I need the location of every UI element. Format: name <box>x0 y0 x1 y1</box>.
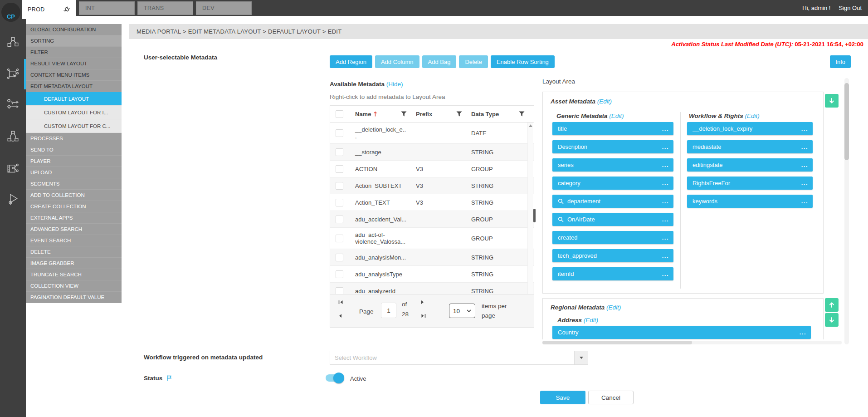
table-row[interactable]: __deletion_lock_e... DATE <box>330 123 534 144</box>
row-checkbox[interactable] <box>336 182 343 190</box>
info-button[interactable]: Info <box>830 55 851 68</box>
chip-menu-ellipsis[interactable]: ... <box>662 125 669 132</box>
filter-icon[interactable] <box>519 111 525 117</box>
chip-menu-ellipsis[interactable]: ... <box>662 180 669 186</box>
chip-menu-ellipsis[interactable]: ... <box>662 216 669 223</box>
table-row[interactable]: ACTION V3 GROUP <box>330 161 534 177</box>
chip-menu-ellipsis[interactable]: ... <box>801 198 808 205</box>
table-row[interactable]: adu_act-of-violence_Valossa... GROUP <box>330 228 534 249</box>
chip-menu-ellipsis[interactable]: ... <box>662 270 669 277</box>
sidebar-item[interactable]: RESULT VIEW LAYOUT <box>26 58 122 69</box>
chip-menu-ellipsis[interactable]: ... <box>801 125 808 132</box>
metadata-chip[interactable]: series ... <box>552 158 673 172</box>
metadata-chip[interactable]: departement ... <box>552 195 673 208</box>
move-section-down-button[interactable] <box>825 313 839 327</box>
media-assets-icon[interactable] <box>7 36 19 49</box>
table-row[interactable]: adu_analysisType STRING <box>330 266 534 283</box>
horizontal-scrollbar[interactable] <box>542 341 842 344</box>
metadata-chip[interactable]: keywords ... <box>687 195 813 208</box>
sidebar-item[interactable]: GLOBAL CONFIGURATION <box>26 24 122 35</box>
name-column-header[interactable]: Name <box>348 107 409 121</box>
processes-icon[interactable] <box>7 98 19 110</box>
sidebar-item[interactable]: FILTER <box>26 47 122 58</box>
sidebar-item[interactable]: PROCESSES <box>26 133 122 144</box>
chip-menu-ellipsis[interactable]: ... <box>662 198 669 205</box>
page-number-input[interactable] <box>381 303 396 318</box>
filter-icon[interactable] <box>456 111 462 117</box>
metadata-chip[interactable]: Country ... <box>552 326 811 339</box>
configuration-icon[interactable] <box>7 68 19 80</box>
edit-link[interactable]: (Edit) <box>609 113 624 119</box>
select-all-checkbox[interactable] <box>336 110 343 118</box>
row-checkbox[interactable] <box>336 148 343 156</box>
player-icon[interactable] <box>7 193 19 205</box>
move-section-down-button[interactable] <box>825 94 839 108</box>
metadata-chip[interactable]: created ... <box>552 231 673 244</box>
edit-link[interactable]: (Edit) <box>745 113 760 119</box>
row-checkbox[interactable] <box>336 216 343 223</box>
add-region-button[interactable]: Add Region <box>330 55 372 68</box>
row-checkbox[interactable] <box>336 199 343 206</box>
sidebar-item[interactable]: CONTEXT MENU ITEMS <box>26 69 122 81</box>
chip-menu-ellipsis[interactable]: ... <box>801 143 808 150</box>
add-column-button[interactable]: Add Column <box>375 55 419 68</box>
prefix-column-header[interactable]: Prefix <box>409 107 464 121</box>
table-row[interactable]: Action_TEXT V3 STRING <box>330 194 534 211</box>
sidebar-item[interactable]: EVENT SEARCH <box>26 235 122 246</box>
sidebar-item-default-layout[interactable]: DEFAULT LAYOUT <box>26 92 122 106</box>
cancel-button[interactable]: Cancel <box>588 391 634 404</box>
metadata-chip[interactable]: title ... <box>552 122 673 135</box>
sidebar-item[interactable]: ADD TO COLLECTION <box>26 190 122 201</box>
move-section-up-button[interactable] <box>825 298 839 312</box>
chip-menu-ellipsis[interactable]: ... <box>662 234 669 241</box>
table-row[interactable]: adu_accident_Val... GROUP <box>330 211 534 228</box>
add-bag-button[interactable]: Add Bag <box>422 55 457 68</box>
sidebar-item[interactable]: PAGINATION DEFAULT VALUE <box>26 292 122 303</box>
metadata-chip[interactable]: mediastate ... <box>687 140 813 153</box>
table-row[interactable]: __storage STRING <box>330 144 534 161</box>
table-scrollbar[interactable] <box>527 123 533 299</box>
scrollbar-thumb[interactable] <box>844 83 849 160</box>
row-checkbox[interactable] <box>336 235 343 242</box>
sidebar-item[interactable]: ADVANCED SEARCH <box>26 224 122 235</box>
sidebar-item[interactable]: UPLOAD <box>26 167 122 178</box>
sidebar-item[interactable]: IMAGE GRABBER <box>26 258 122 269</box>
row-checkbox[interactable] <box>336 129 343 137</box>
edit-link[interactable]: (Edit) <box>584 317 598 324</box>
sidebar-item[interactable]: SEGMENTS <box>26 178 122 190</box>
dropdown-arrow-button[interactable] <box>574 351 588 364</box>
media-editing-icon[interactable] <box>7 162 19 174</box>
chip-menu-ellipsis[interactable]: ... <box>662 162 669 168</box>
metadata-chip[interactable]: tech_approved ... <box>552 249 673 262</box>
sidebar-item[interactable]: SORTING <box>26 35 122 47</box>
filter-icon[interactable] <box>401 111 407 117</box>
metadata-chip[interactable]: Description ... <box>552 140 673 153</box>
sidebar-item[interactable]: DELETE <box>26 246 122 258</box>
metadata-chip[interactable]: editingstate ... <box>687 158 813 172</box>
metadata-chip[interactable]: itemId ... <box>552 267 673 280</box>
save-button[interactable]: Save <box>540 391 585 404</box>
env-tab-trans[interactable]: TRANS <box>137 1 193 15</box>
env-tab-dev[interactable]: DEV <box>196 1 252 15</box>
sidebar-item[interactable]: PLAYER <box>26 156 122 167</box>
row-checkbox[interactable] <box>336 165 343 173</box>
first-page-button[interactable] <box>338 300 343 304</box>
panel-splitter-handle[interactable] <box>533 209 536 222</box>
chip-menu-ellipsis[interactable]: ... <box>800 329 806 336</box>
status-toggle[interactable] <box>325 372 345 384</box>
chip-menu-ellipsis[interactable]: ... <box>662 252 669 259</box>
hide-link[interactable]: (Hide) <box>386 81 403 88</box>
collections-icon[interactable] <box>7 130 19 142</box>
app-logo[interactable]: CP <box>1 3 20 22</box>
page-size-select[interactable]: 10 <box>449 304 475 318</box>
delete-button[interactable]: Delete <box>459 55 488 68</box>
row-checkbox[interactable] <box>336 254 343 261</box>
sidebar-item[interactable]: CREATE COLLECTION <box>26 201 122 212</box>
last-page-button[interactable] <box>421 314 426 318</box>
sidebar-item-custom-layout-2[interactable]: CUSTOM LAYOUT FOR C... <box>26 119 122 133</box>
table-row[interactable]: adu_analysisMon... STRING <box>330 249 534 266</box>
chip-menu-ellipsis[interactable]: ... <box>662 143 669 150</box>
sidebar-item[interactable]: EXTERNAL APPS <box>26 212 122 224</box>
sidebar-item[interactable]: EDIT METADATA LAYOUT <box>26 81 122 92</box>
sidebar-item[interactable]: SEND TO <box>26 144 122 156</box>
